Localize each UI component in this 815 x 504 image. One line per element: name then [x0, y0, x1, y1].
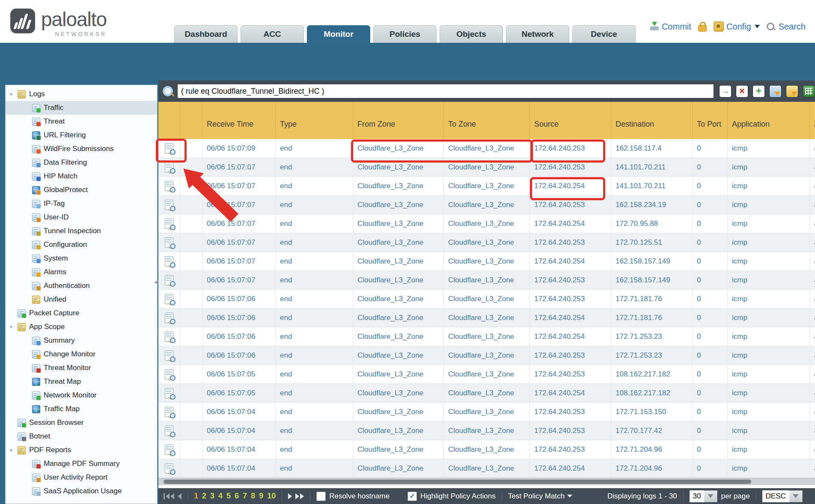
tab-device[interactable]: Device [572, 25, 636, 43]
destination-cell[interactable]: 172.71.153.150 [611, 403, 693, 421]
from-zone-cell[interactable]: Cloudflare_L3_Zone [353, 158, 444, 176]
sidebar-item-globalprotect[interactable]: GlobalProtect [6, 183, 157, 197]
log-detail-icon[interactable] [165, 369, 173, 379]
sidebar-item-manage-pdf-summary[interactable]: Manage PDF Summary [6, 457, 157, 471]
from-zone-cell[interactable]: Cloudflare_L3_Zone [353, 403, 444, 421]
from-zone-cell[interactable]: Cloudflare_L3_Zone [353, 139, 444, 157]
destination-cell[interactable]: 162.158.157.149 [611, 252, 693, 270]
application-cell[interactable]: icmp [728, 290, 810, 308]
to-zone-cell[interactable]: Cloudflare_L3_Zone [444, 346, 530, 365]
destination-cell[interactable]: 172.71.181.76 [611, 308, 693, 327]
to-zone-cell[interactable]: Cloudflare_L3_Zone [444, 252, 530, 270]
to-zone-cell[interactable]: Cloudflare_L3_Zone [444, 158, 530, 176]
destination-cell[interactable]: 162.158.234.19 [611, 196, 693, 214]
tab-objects[interactable]: Objects [440, 25, 503, 43]
source-cell[interactable]: 172.64.240.253 [530, 365, 611, 383]
from-zone-cell[interactable]: Cloudflare_L3_Zone [353, 271, 444, 289]
application-cell[interactable]: icmp [728, 440, 810, 459]
source-cell[interactable]: 172.64.240.253 [530, 196, 611, 214]
to-zone-cell[interactable]: Cloudflare_L3_Zone [444, 421, 530, 440]
add-filter-icon[interactable]: + [753, 85, 765, 98]
source-cell[interactable]: 172.64.240.254 [530, 384, 611, 402]
to-zone-cell[interactable]: Cloudflare_L3_Zone [444, 365, 530, 383]
page-number-7[interactable]: 7 [243, 492, 247, 501]
tab-monitor[interactable]: Monitor [307, 25, 370, 43]
from-zone-cell[interactable]: Cloudflare_L3_Zone [353, 290, 444, 308]
test-policy-match-button[interactable]: Test Policy Match [508, 492, 572, 501]
source-cell[interactable]: 172.64.240.253 [530, 290, 611, 308]
per-page-select[interactable]: 30 [690, 490, 718, 502]
clear-filter-icon[interactable]: × [736, 85, 748, 98]
sidebar-item-authentication[interactable]: Authentication [6, 279, 157, 293]
application-cell[interactable]: icmp [728, 233, 810, 252]
sidebar-item-url-filtering[interactable]: URL Filtering [6, 128, 157, 142]
application-cell[interactable]: icmp [728, 214, 810, 233]
sidebar-item-traffic-map[interactable]: Traffic Map [6, 402, 157, 416]
destination-cell[interactable]: 162.158.157.149 [611, 271, 693, 289]
sidebar-item-session-browser[interactable]: Session Browser [6, 416, 157, 430]
application-cell[interactable]: icmp [728, 271, 810, 289]
commit-button[interactable]: Commit [650, 22, 691, 32]
log-detail-icon[interactable] [165, 200, 173, 210]
sidebar-item-tunnel-inspection[interactable]: Tunnel Inspection [6, 224, 157, 238]
sidebar-item-app-scope[interactable]: ▼App Scope [6, 320, 157, 334]
expand-caret-icon[interactable]: ▼ [9, 325, 13, 329]
sidebar-item-logs[interactable]: ▼Logs [6, 87, 157, 101]
column-header-receive-time[interactable]: Receive Time [202, 102, 276, 139]
export-csv-icon[interactable] [803, 85, 815, 98]
destination-cell[interactable]: 172.70.125.51 [611, 233, 693, 252]
page-number-6[interactable]: 6 [235, 492, 239, 501]
application-cell[interactable]: icmp [728, 365, 810, 383]
log-detail-icon[interactable] [165, 445, 173, 455]
application-cell[interactable]: icmp [728, 252, 810, 270]
application-cell[interactable]: icmp [728, 308, 810, 327]
to-zone-cell[interactable]: Cloudflare_L3_Zone [444, 459, 530, 477]
source-cell[interactable]: 172.64.240.253 [530, 139, 611, 157]
to-zone-cell[interactable]: Cloudflare_L3_Zone [444, 308, 530, 327]
log-detail-icon[interactable] [165, 294, 173, 304]
first-page-button[interactable] [164, 493, 174, 499]
column-header-a[interactable]: A [810, 102, 815, 139]
per-page-dropdown-button[interactable] [704, 490, 717, 502]
sidebar-item-system[interactable]: System [6, 252, 157, 265]
page-number-9[interactable]: 9 [259, 492, 263, 501]
column-header-type[interactable]: Type [276, 102, 353, 139]
destination-cell[interactable]: 172.71.204.96 [611, 440, 693, 459]
destination-cell[interactable]: 141.101.70.211 [611, 177, 693, 195]
source-cell[interactable]: 172.64.240.254 [530, 459, 611, 477]
sidebar-item-saas-application-usage[interactable]: SaaS Application Usage [6, 484, 157, 498]
to-zone-cell[interactable]: Cloudflare_L3_Zone [444, 214, 530, 233]
log-detail-icon[interactable] [165, 332, 173, 342]
application-cell[interactable]: icmp [728, 158, 810, 176]
source-cell[interactable]: 172.64.240.254 [530, 214, 611, 233]
from-zone-cell[interactable]: Cloudflare_L3_Zone [353, 327, 444, 346]
page-number-2[interactable]: 2 [202, 492, 206, 501]
log-detail-icon[interactable] [165, 463, 173, 474]
source-cell[interactable]: 172.64.240.253 [530, 271, 611, 289]
from-zone-cell[interactable]: Cloudflare_L3_Zone [353, 308, 444, 327]
log-detail-icon[interactable] [165, 350, 173, 361]
sidebar-item-user-activity-report[interactable]: User Activity Report [6, 471, 157, 484]
column-header-source[interactable]: Source [530, 102, 611, 139]
destination-cell[interactable]: 172.71.204.96 [611, 459, 693, 477]
to-zone-cell[interactable]: Cloudflare_L3_Zone [444, 440, 530, 459]
page-number-1[interactable]: 1 [194, 492, 198, 501]
from-zone-cell[interactable]: Cloudflare_L3_Zone [353, 365, 444, 383]
config-button[interactable]: Config [714, 21, 760, 32]
log-detail-icon[interactable] [165, 181, 173, 191]
sort-order-dropdown-button[interactable] [789, 490, 803, 502]
sidebar-item-ip-tag[interactable]: IP-Tag [6, 197, 157, 210]
column-header-to-port[interactable]: To Port [693, 102, 728, 139]
sidebar-item-alarms[interactable]: Alarms [6, 265, 157, 279]
destination-cell[interactable]: 172.70.95.88 [611, 214, 693, 233]
highlight-policy-actions-checkbox[interactable]: ✓ [408, 492, 417, 501]
load-filter-icon[interactable] [786, 85, 798, 98]
to-zone-cell[interactable]: Cloudflare_L3_Zone [444, 139, 530, 157]
from-zone-cell[interactable]: Cloudflare_L3_Zone [353, 233, 444, 252]
tab-acc[interactable]: ACC [241, 25, 304, 43]
from-zone-cell[interactable]: Cloudflare_L3_Zone [353, 384, 444, 402]
tab-network[interactable]: Network [506, 25, 569, 43]
sidebar-item-threat-map[interactable]: Threat Map [6, 375, 157, 388]
to-zone-cell[interactable]: Cloudflare_L3_Zone [444, 290, 530, 308]
horizontal-scrollbar[interactable] [158, 478, 815, 485]
